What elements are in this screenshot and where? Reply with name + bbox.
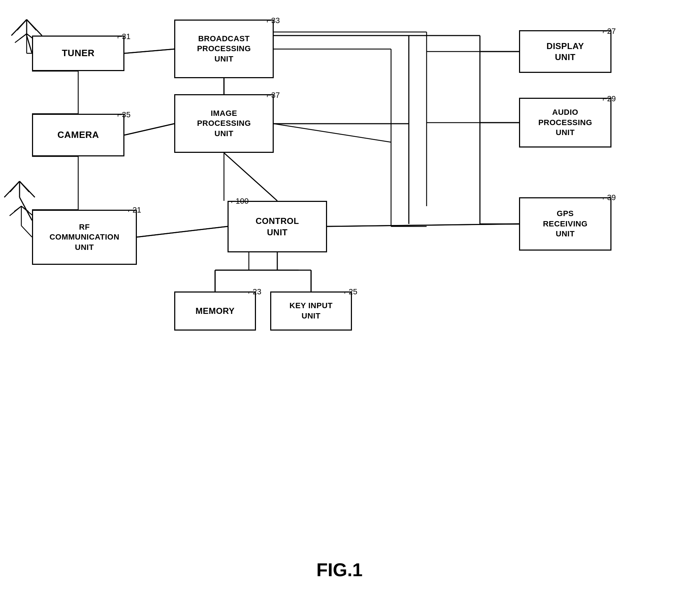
- display-ref: ⌐27: [603, 27, 616, 36]
- svg-line-20: [137, 226, 228, 237]
- svg-line-11: [21, 226, 32, 237]
- display-block: DISPLAY UNIT: [519, 30, 611, 73]
- key-input-block: KEY INPUT UNIT: [270, 291, 352, 331]
- broadcast-block: BROADCAST PROCESSING UNIT: [174, 20, 274, 78]
- diagram-container: TUNER ⌐31 BROADCAST PROCESSING UNIT ⌐33 …: [0, 0, 679, 616]
- broadcast-ref: ⌐33: [267, 16, 280, 25]
- camera-block: CAMERA: [32, 114, 124, 156]
- control-ref: ⌐100: [231, 197, 249, 206]
- figure-label: FIG.1: [316, 559, 363, 580]
- svg-line-12: [124, 49, 174, 53]
- memory-block: MEMORY: [174, 291, 256, 331]
- rf-comm-ref: ⌐21: [128, 205, 141, 215]
- svg-line-10: [21, 206, 33, 216]
- svg-line-13: [124, 124, 174, 135]
- svg-line-9: [10, 206, 21, 216]
- tuner-ref: ⌐31: [117, 32, 130, 41]
- memory-ref: ⌐23: [248, 287, 261, 296]
- image-proc-ref: ⌐37: [267, 91, 280, 100]
- svg-line-35: [274, 124, 391, 142]
- tuner-block: TUNER: [32, 36, 124, 71]
- control-block: CONTROL UNIT: [228, 201, 327, 252]
- audio-ref: ⌐29: [603, 94, 616, 103]
- svg-line-3: [15, 34, 27, 43]
- gps-block: GPS RECEIVING UNIT: [519, 197, 611, 251]
- rf-comm-block: RF COMMUNICATION UNIT: [32, 210, 137, 265]
- audio-block: AUDIO PROCESSING UNIT: [519, 98, 611, 148]
- gps-ref: ⌐39: [603, 193, 616, 202]
- antenna-rf-icon: [10, 206, 33, 237]
- image-proc-block: IMAGE PROCESSING UNIT: [174, 94, 274, 153]
- key-input-ref: ⌐25: [344, 287, 357, 296]
- camera-ref: ⌐35: [117, 110, 130, 119]
